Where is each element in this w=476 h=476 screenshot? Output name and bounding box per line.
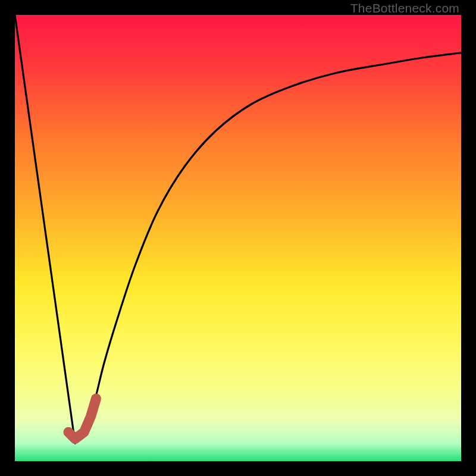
watermark-text: TheBottleneck.com: [350, 1, 459, 15]
plot-area: [15, 15, 461, 461]
curve-left-branch: [15, 15, 75, 443]
chart-frame: TheBottleneck.com: [0, 0, 476, 476]
curve-layer: [15, 15, 461, 461]
curve-right-branch: [75, 53, 461, 443]
